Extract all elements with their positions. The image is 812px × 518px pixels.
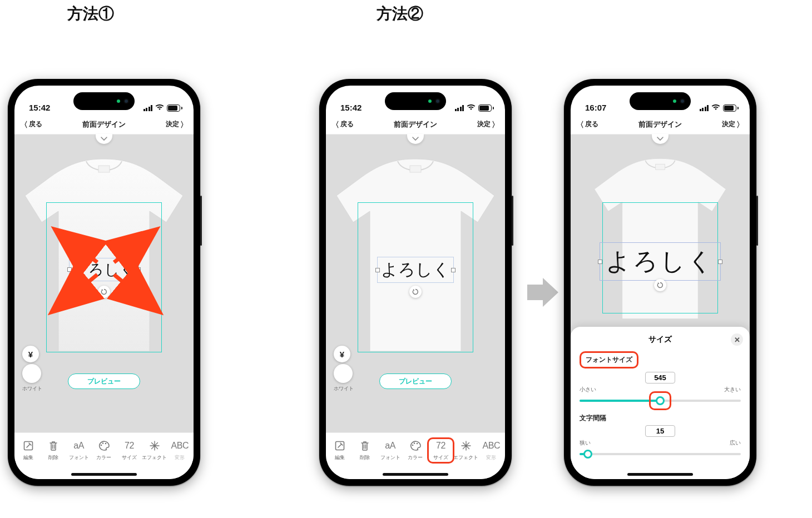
spacing-label: 文字間隔 — [580, 414, 606, 423]
label-large: 大きい — [724, 386, 741, 394]
home-indicator — [14, 469, 194, 479]
tool-palette[interactable]: カラー — [91, 440, 116, 461]
confirm-button[interactable]: 決定〉 — [722, 119, 744, 129]
rotate-handle[interactable] — [654, 279, 666, 291]
chevron-right-icon: 〉 — [736, 121, 744, 128]
tool-label: 編集 — [335, 454, 345, 461]
preview-button[interactable]: プレビュー — [379, 373, 452, 389]
heading-method1: 方法① — [67, 3, 114, 24]
back-button[interactable]: 〈戻る — [576, 119, 598, 129]
tool-palette[interactable]: カラー — [403, 440, 428, 461]
size-72-icon: 72 — [125, 440, 134, 452]
text-element[interactable]: よろしく — [377, 257, 454, 283]
chevron-right-icon: 〉 — [492, 121, 499, 128]
font-aa-icon: aA — [385, 440, 395, 452]
design-canvas[interactable]: よろしく ¥ ホワイ — [14, 135, 194, 432]
battery-icon: 73 — [723, 104, 739, 112]
battery-icon: 76 — [478, 104, 494, 112]
trash-icon — [48, 440, 58, 452]
tool-transform-abc[interactable]: ABC変形 — [479, 440, 504, 461]
resize-handle-right[interactable] — [718, 260, 722, 264]
price-button[interactable]: ¥ — [334, 346, 350, 362]
status-time: 15:42 — [340, 103, 362, 112]
home-indicator — [326, 469, 505, 479]
tool-label: エフェクト — [453, 454, 478, 461]
text-element[interactable]: よろしく — [600, 242, 721, 281]
confirm-button[interactable]: 決定〉 — [166, 119, 188, 129]
svg-line-3 — [57, 275, 97, 308]
tool-label: 編集 — [23, 454, 33, 461]
sparkle-icon — [149, 440, 160, 452]
confirm-button[interactable]: 決定〉 — [477, 119, 499, 129]
resize-handle-right[interactable] — [451, 268, 455, 272]
color-swatch[interactable]: ホワイト — [334, 364, 354, 392]
spacing-value[interactable]: 15 — [645, 425, 675, 437]
pinch-arrows-overlay — [44, 223, 167, 318]
spacing-slider[interactable] — [580, 449, 741, 459]
size-panel: サイズ ✕ フォントサイズ 545 小さい 大きい 文字間隔 15 狭い — [571, 327, 750, 469]
resize-handle-left[interactable] — [375, 268, 380, 272]
svg-point-11 — [412, 445, 414, 446]
rotate-handle[interactable] — [409, 286, 422, 298]
slider-thumb[interactable] — [583, 450, 592, 459]
tool-sparkle[interactable]: エフェクト — [453, 440, 478, 461]
tool-edit-square[interactable]: 編集 — [327, 440, 352, 461]
size-72-icon: 72 — [436, 440, 445, 452]
palette-icon — [98, 440, 110, 452]
svg-rect-9 — [410, 166, 421, 172]
svg-line-4 — [114, 275, 155, 308]
swatch-label: ホワイト — [22, 385, 42, 392]
svg-line-1 — [60, 233, 97, 262]
swatch-label: ホワイト — [334, 385, 354, 392]
nav-bar: 〈戻る 前面デザイン 決定〉 — [571, 114, 750, 135]
palette-icon — [409, 440, 422, 452]
phone-frame-2: 15:42 76 〈戻る 前面デザイン 決定〉 よろしく — [319, 79, 512, 486]
tool-label: フォント — [380, 454, 400, 461]
svg-point-6 — [101, 445, 102, 446]
tool-trash[interactable]: 削除 — [41, 440, 66, 461]
cellular-icon — [700, 105, 709, 111]
home-indicator — [571, 469, 750, 479]
tool-size-72[interactable]: 72サイズ — [428, 440, 453, 461]
battery-icon: 76 — [167, 104, 182, 112]
resize-handle-left[interactable] — [598, 260, 602, 264]
bottom-toolbar: 編集削除aAフォントカラー72サイズエフェクトABC変形 — [14, 432, 194, 469]
wifi-icon — [467, 104, 476, 112]
font-size-slider[interactable] — [580, 396, 741, 406]
svg-line-2 — [114, 233, 151, 262]
tool-label: エフェクト — [142, 454, 167, 461]
tool-sparkle[interactable]: エフェクト — [142, 440, 167, 461]
tool-label: 削除 — [360, 454, 370, 461]
chevron-left-icon: 〈 — [576, 121, 584, 128]
font-aa-icon: aA — [73, 440, 84, 452]
bottom-toolbar: 編集削除aAフォントカラー72サイズエフェクトABC変形 — [326, 432, 505, 469]
tool-trash[interactable]: 削除 — [352, 440, 377, 461]
text-element-content: よろしく — [381, 260, 450, 278]
yen-icon: ¥ — [340, 350, 344, 359]
preview-button[interactable]: プレビュー — [68, 373, 140, 389]
tool-font-aa[interactable]: aAフォント — [378, 440, 403, 461]
edit-square-icon — [23, 440, 34, 452]
tool-transform-abc[interactable]: ABC変形 — [167, 440, 192, 461]
tool-size-72[interactable]: 72サイズ — [117, 440, 142, 461]
chevron-right-icon: 〉 — [180, 121, 188, 128]
text-element-content: よろしく — [606, 248, 715, 275]
close-panel-button[interactable]: ✕ — [731, 333, 743, 346]
nav-title: 前面デザイン — [394, 119, 437, 130]
phone-frame-1: 15:42 76 〈戻る 前面デザイン 決定〉 — [8, 79, 200, 486]
back-button[interactable]: 〈戻る — [20, 119, 42, 129]
design-canvas[interactable]: よろしく サイズ ✕ フォントサイズ 545 小さい 大きい — [571, 135, 750, 469]
tool-edit-square[interactable]: 編集 — [16, 440, 41, 461]
svg-point-7 — [102, 442, 104, 444]
heading-method2: 方法② — [377, 3, 423, 24]
font-size-value[interactable]: 545 — [645, 372, 675, 383]
price-button[interactable]: ¥ — [22, 346, 39, 362]
nav-title: 前面デザイン — [638, 119, 682, 130]
back-button[interactable]: 〈戻る — [331, 119, 354, 129]
design-canvas[interactable]: よろしく ¥ ホワイト プレビュー — [326, 135, 505, 432]
wifi-icon — [711, 104, 720, 112]
highlight-box — [649, 391, 671, 410]
tool-font-aa[interactable]: aAフォント — [66, 440, 91, 461]
sparkle-icon — [461, 440, 472, 452]
color-swatch[interactable]: ホワイト — [22, 364, 42, 392]
